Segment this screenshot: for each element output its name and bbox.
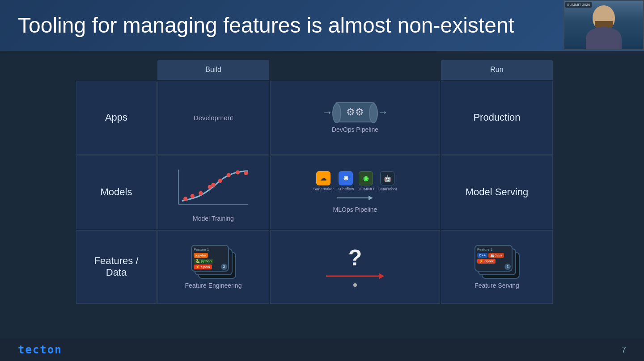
svg-point-8 — [218, 178, 222, 182]
grid-corner-empty — [76, 60, 157, 80]
devops-pipeline-cell: → ⚙⚙ → DevOps Pipeline — [270, 81, 440, 155]
pipeline-arrow-right: → — [377, 106, 388, 118]
feature-serving-card-front: Feature 1 C++ ☕Java ⚡ Spark 2 — [475, 245, 513, 272]
sagemaker-badge: ☁ Sagemaker — [313, 171, 334, 191]
kubeflow-badge: ☸ Kubeflow — [337, 171, 354, 191]
build-header: Build — [157, 60, 269, 80]
svg-point-7 — [211, 183, 215, 187]
svg-point-10 — [236, 170, 240, 174]
model-training-chart — [162, 163, 264, 211]
pipeline-arrow-left: → — [322, 106, 333, 118]
model-serving-label: Model Serving — [466, 186, 529, 198]
svg-point-5 — [199, 191, 203, 195]
mlops-pipeline-cell: ☁ Sagemaker ☸ Kubeflow ◉ DOMINO 🤖 DataRo… — [270, 155, 440, 229]
cpp-tag: C++ — [477, 253, 487, 258]
slide-main: Build Run Apps Development → ⚙⚙ → DevOps… — [0, 51, 644, 334]
svg-point-11 — [244, 171, 248, 175]
models-row-label: Models — [76, 155, 157, 229]
grid-middle-empty — [270, 60, 440, 80]
mlops-arrow — [337, 193, 373, 202]
svg-point-3 — [183, 197, 187, 201]
tecton-logo: tecton — [18, 344, 62, 356]
feature-serving-tags: C++ ☕Java — [477, 253, 510, 258]
run-label: Run — [490, 66, 503, 74]
apps-build-cell: Development — [157, 81, 269, 155]
svg-point-4 — [191, 194, 195, 198]
domino-badge: ◉ DOMINO — [358, 171, 374, 191]
production-cell: Production — [441, 81, 553, 155]
red-arrow-svg — [326, 271, 384, 281]
apps-row-label: Apps — [76, 81, 157, 155]
question-mark-text: ? — [348, 247, 362, 269]
build-label: Build — [205, 66, 221, 74]
feature-grid: Build Run Apps Development → ⚙⚙ → DevOps… — [76, 60, 568, 304]
datarobot-icon: 🤖 — [380, 171, 394, 185]
jupyter-tag: jupyter — [194, 253, 208, 258]
feature-engineering-cell: Feature 1 jupyter 🐍 python ⚡ Spark 2 Fea… — [157, 230, 269, 304]
gear-icon: ⚙⚙ — [346, 106, 364, 118]
domino-label: DOMINO — [358, 187, 374, 191]
kubeflow-label: Kubeflow — [337, 187, 354, 191]
model-training-cell: Model Training — [157, 155, 269, 229]
models-label: Models — [101, 186, 132, 198]
feature-card-tags: jupyter 🐍 python — [194, 253, 226, 264]
question-dot — [353, 283, 357, 287]
java-tag: ☕Java — [488, 253, 504, 258]
production-label: Production — [473, 112, 520, 123]
summit-badge: SUMMIT 2020 — [565, 2, 592, 8]
feature-serving-cell: Feature 1 C++ ☕Java ⚡ Spark 2 Feature Se… — [441, 230, 553, 304]
sagemaker-label: Sagemaker — [313, 187, 334, 191]
features-pipeline-cell: ? — [270, 230, 440, 304]
feature-count-build: 2 — [221, 264, 227, 270]
apps-label: Apps — [105, 112, 127, 123]
feature-engineering-label: Feature Engineering — [185, 282, 242, 289]
features-label: Features / Data — [94, 255, 138, 278]
python-tag: 🐍 python — [194, 259, 213, 264]
kubeflow-icon: ☸ — [339, 171, 353, 185]
feature-cards-build: Feature 1 jupyter 🐍 python ⚡ Spark 2 — [191, 245, 236, 278]
svg-marker-13 — [369, 196, 373, 200]
feature-card-front: Feature 1 jupyter 🐍 python ⚡ Spark 2 — [191, 245, 229, 272]
feature-serving-label: Feature Serving — [475, 282, 519, 289]
mlops-label: MLOps Pipeline — [333, 206, 377, 213]
feature-count-run: 2 — [504, 264, 511, 270]
datarobot-label: DataRobot — [378, 187, 397, 191]
svg-marker-15 — [379, 273, 384, 279]
person-body — [586, 27, 622, 49]
page-number: 7 — [622, 345, 626, 355]
feature-card-title: Feature 1 — [194, 248, 226, 252]
feature-serving-tags2: ⚡ Spark — [477, 259, 510, 264]
logo-text: tecton — [18, 344, 62, 356]
slide-header: Tooling for managing features is almost … — [0, 0, 644, 51]
development-label: Development — [194, 114, 233, 122]
run-header: Run — [441, 60, 553, 80]
devops-label: DevOps Pipeline — [332, 126, 378, 133]
svg-point-6 — [208, 185, 212, 189]
webcam-person — [564, 1, 643, 49]
devops-pipeline-diagram: → ⚙⚙ → — [322, 102, 388, 122]
feature-serving-title: Feature 1 — [477, 248, 510, 252]
sagemaker-icon: ☁ — [316, 171, 330, 185]
mlops-tools-container: ☁ Sagemaker ☸ Kubeflow ◉ DOMINO 🤖 DataRo… — [313, 171, 397, 191]
domino-icon: ◉ — [359, 171, 373, 185]
spark-tag: ⚡ Spark — [194, 264, 212, 269]
slide-title: Tooling for managing features is almost … — [18, 13, 617, 38]
model-training-label: Model Training — [193, 215, 234, 222]
model-serving-cell: Model Serving — [441, 155, 553, 229]
slide-footer: tecton 7 — [0, 339, 644, 361]
features-row-label: Features / Data — [76, 230, 157, 304]
svg-point-9 — [227, 173, 231, 177]
features-question-container: ? — [326, 247, 384, 287]
feature-cards-run: Feature 1 C++ ☕Java ⚡ Spark 2 — [475, 245, 519, 278]
pipeline-cylinder: ⚙⚙ — [335, 102, 375, 122]
webcam-overlay: SUMMIT 2020 — [564, 0, 644, 50]
spark-serving-tag: ⚡ Spark — [477, 259, 496, 264]
datarobot-badge: 🤖 DataRobot — [378, 171, 397, 191]
